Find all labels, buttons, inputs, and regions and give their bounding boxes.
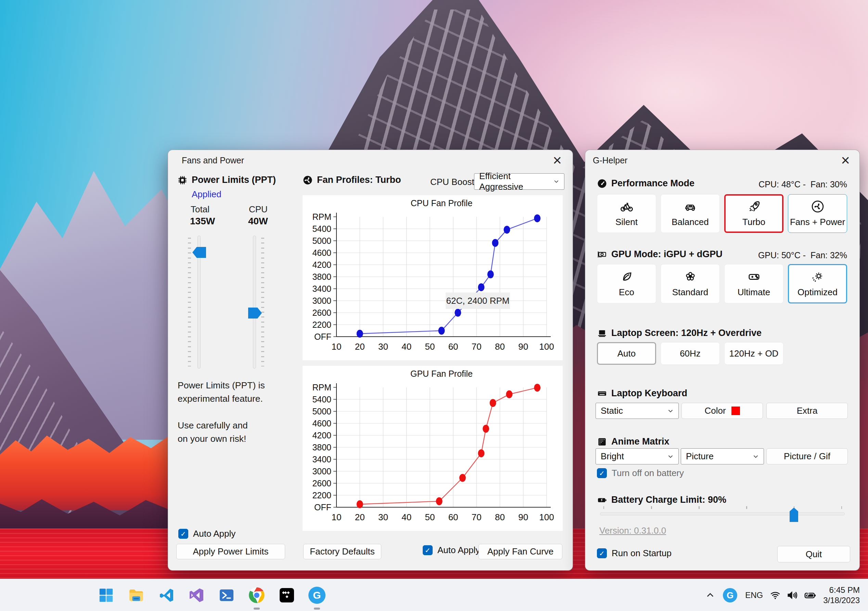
screen-button-120hz-od[interactable]: 120Hz + OD	[724, 342, 783, 365]
apply-power-limits-button[interactable]: Apply Power Limits	[176, 544, 285, 559]
anime-matrix-heading-row: Anime Matrix	[597, 436, 670, 447]
mode-button-balanced[interactable]: Balanced	[660, 194, 720, 233]
tidal-button[interactable]	[276, 585, 298, 606]
gpu-button-eco[interactable]: Eco	[597, 264, 656, 303]
cpu-slider-track[interactable]	[253, 236, 256, 368]
file-explorer-button[interactable]	[126, 585, 147, 606]
svg-text:80: 80	[495, 342, 505, 352]
run-on-startup-row: ✓ Run on Startup	[597, 548, 671, 558]
run-on-startup-label: Run on Startup	[612, 548, 671, 558]
mode-button-label: Silent	[615, 217, 638, 227]
laptop-icon	[597, 328, 607, 338]
svg-text:OFF: OFF	[314, 332, 331, 342]
leaf-icon	[620, 270, 634, 284]
g-helper-titlebar[interactable]: G-Helper ×	[585, 150, 859, 170]
svg-text:3000: 3000	[312, 296, 331, 306]
rocket-icon	[747, 200, 761, 213]
power-limits-warning: Power Limits (PPT) is experimental featu…	[178, 379, 265, 446]
tray-g-helper-icon[interactable]: G	[719, 588, 741, 602]
cpu-slider-thumb[interactable]	[248, 308, 262, 319]
screen-button-60hz[interactable]: 60Hz	[660, 342, 720, 365]
svg-text:5000: 5000	[312, 407, 331, 416]
fans-window-titlebar[interactable]: Fans and Power ×	[168, 150, 573, 170]
keyboard-mode-value: Static	[601, 406, 623, 416]
battery-charging-icon[interactable]	[801, 589, 820, 602]
cpu-fan-chart[interactable]: CPU Fan ProfileOFF2200260030003400380042…	[302, 195, 563, 360]
anime-mode-value: Picture	[686, 451, 714, 462]
gpu-button-ultimate[interactable]: Ultimate	[724, 264, 783, 303]
cpu-boost-select[interactable]: Efficient Aggressive	[474, 173, 564, 190]
tray-time: 6:45 PM	[823, 585, 860, 595]
total-slider-thumb[interactable]	[192, 247, 206, 258]
svg-text:GPU Fan Profile: GPU Fan Profile	[411, 369, 473, 378]
gpu-button-label: Standard	[672, 287, 708, 298]
gpu-button-standard[interactable]: Standard	[660, 264, 720, 303]
auto-apply-power-row: ✓ Auto Apply	[178, 529, 236, 539]
battery-slider-thumb[interactable]	[790, 508, 798, 522]
apply-fan-curve-button[interactable]: Apply Fan Curve	[479, 544, 563, 559]
close-icon[interactable]: ×	[547, 152, 567, 168]
cpu-slider-ticks	[261, 238, 264, 367]
mode-button-turbo[interactable]: Turbo	[724, 194, 783, 233]
picture-gif-button[interactable]: Picture / Gif	[766, 448, 848, 465]
powershell-button[interactable]	[216, 585, 237, 606]
visual-studio-button[interactable]	[186, 585, 207, 606]
auto-apply-fan-checkbox[interactable]: ✓	[423, 545, 432, 555]
keyboard-mode-select[interactable]: Static	[595, 403, 679, 419]
svg-text:20: 20	[355, 512, 365, 522]
svg-text:40: 40	[401, 342, 411, 352]
chrome-button[interactable]	[246, 585, 267, 606]
flower-icon	[684, 270, 697, 284]
svg-text:100: 100	[539, 342, 554, 352]
volume-icon[interactable]	[783, 590, 801, 601]
fan-curve-tooltip: 62C, 2400 RPM	[446, 292, 510, 309]
start-button[interactable]	[96, 585, 117, 606]
mode-button-silent[interactable]: Silent	[597, 194, 656, 233]
chevron-down-icon	[667, 407, 674, 415]
chevron-down-icon	[752, 453, 760, 460]
quit-button[interactable]: Quit	[777, 546, 850, 562]
close-icon[interactable]: ×	[835, 152, 856, 168]
svg-text:70: 70	[472, 342, 482, 352]
gpu-button-optimized[interactable]: Optimized	[788, 264, 847, 303]
g-helper-taskbar-button[interactable]: G	[306, 585, 327, 606]
tray-chevron-up-icon[interactable]	[701, 591, 719, 600]
gamepad-icon	[747, 270, 761, 284]
anime-mode-select[interactable]: Picture	[681, 448, 764, 465]
turn-off-on-battery-checkbox[interactable]: ✓	[597, 468, 607, 478]
svg-text:2600: 2600	[312, 479, 331, 488]
power-limits-heading-row: Power Limits (PPT)	[177, 175, 276, 185]
factory-defaults-button[interactable]: Factory Defaults	[303, 544, 381, 559]
tray-language[interactable]: ENG	[741, 591, 767, 600]
cpu-temp-status: CPU: 48°C - Fan: 30%	[758, 179, 847, 190]
svg-text:90: 90	[518, 342, 528, 352]
battery-slider-track[interactable]	[600, 512, 845, 515]
tray-clock[interactable]: 6:45 PM 3/18/2023	[823, 585, 860, 606]
keyboard-icon	[597, 389, 607, 399]
run-on-startup-checkbox[interactable]: ✓	[597, 548, 607, 558]
version-link[interactable]: Version: 0.31.0.0	[599, 525, 666, 536]
mode-button-label: Turbo	[742, 217, 765, 227]
gpu-fan-chart[interactable]: GPU Fan ProfileOFF2200260030003400380042…	[302, 366, 563, 531]
screen-button-auto[interactable]: Auto	[597, 342, 656, 365]
keyboard-color-button[interactable]: Color	[682, 403, 763, 419]
folder-icon	[128, 587, 145, 604]
wifi-icon[interactable]	[767, 590, 783, 601]
vscode-icon	[158, 587, 175, 603]
screen-button-label: Auto	[617, 348, 636, 359]
keyboard-extra-button[interactable]: Extra	[766, 403, 848, 419]
svg-text:RPM: RPM	[312, 382, 331, 392]
auto-apply-power-checkbox[interactable]: ✓	[178, 529, 188, 539]
battery-limit-heading-row: Battery Charge Limit: 90%	[597, 494, 726, 505]
anime-matrix-heading: Anime Matrix	[611, 436, 670, 447]
chevron-down-icon	[667, 453, 674, 460]
keyboard-color-swatch	[732, 407, 740, 415]
mode-button-fans-power[interactable]: Fans + Power	[788, 194, 847, 233]
visual-studio-icon	[188, 587, 205, 603]
g-helper-window: G-Helper × Performance Mode CPU: 48°C - …	[585, 150, 860, 571]
anime-brightness-select[interactable]: Bright	[595, 448, 679, 465]
gauge-icon	[597, 179, 607, 189]
g-helper-title: G-Helper	[593, 155, 628, 165]
optimized-gear-icon	[811, 270, 825, 284]
vscode-button[interactable]	[156, 585, 177, 606]
